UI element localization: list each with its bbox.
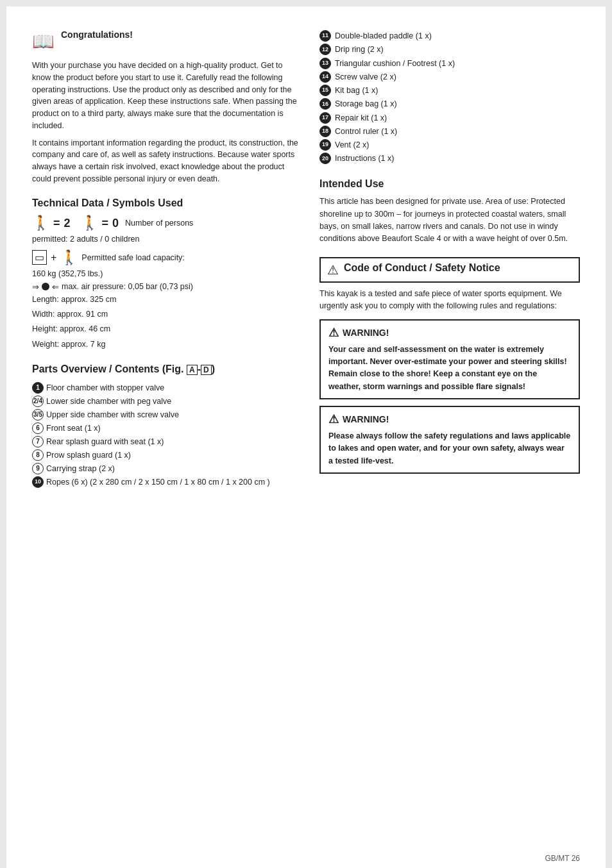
rpart-text-14: Screw valve (2 x)	[335, 71, 396, 84]
part-num-24: 2/4	[32, 396, 44, 407]
code-of-conduct-text: This kayak is a tested and safe piece of…	[319, 288, 580, 313]
list-item: 1 Floor chamber with stopper valve	[32, 381, 302, 394]
part-text-8: Prow splash guard (1 x)	[46, 449, 302, 462]
part-text-35: Upper side chamber with screw valve	[46, 408, 302, 421]
rpart-num-15: 15	[319, 85, 331, 96]
part-num-8: 8	[32, 449, 44, 461]
tech-data-title: Technical Data / Symbols Used	[32, 197, 302, 210]
warning-block-2: ⚠ WARNING! Please always follow the safe…	[319, 406, 580, 474]
warning-label-1: WARNING!	[343, 328, 389, 338]
load-row: ▭ + 🚶 Permitted safe load capacity:	[32, 249, 302, 266]
list-item: 16 Storage bag (1 x)	[319, 97, 580, 111]
list-item: 19 Vent (2 x)	[319, 138, 580, 152]
fig-d-label: D	[201, 365, 212, 375]
adult-person-icon: 🚶	[32, 215, 49, 231]
plus-icon: +	[51, 252, 56, 263]
warning-block-1: ⚠ WARNING! Your care and self-assessment…	[319, 319, 580, 400]
rpart-num-12: 12	[319, 44, 331, 55]
part-num-7: 7	[32, 436, 44, 447]
warning-header-2: ⚠ WARNING!	[328, 412, 571, 426]
list-item: 6 Front seat (1 x)	[32, 422, 302, 435]
part-num-1: 1	[32, 382, 44, 394]
list-item: 8 Prow splash guard (1 x)	[32, 449, 302, 462]
arrow-right-icon: ⇒	[32, 282, 39, 292]
child-person-icon: 🚶	[81, 215, 98, 231]
persons-label: Number of persons	[125, 219, 193, 228]
load-label: Permitted safe load capacity:	[81, 253, 185, 262]
intro-block: 📖 Congratulations!	[32, 29, 302, 52]
rpart-num-11: 11	[319, 30, 331, 42]
part-num-6: 6	[32, 422, 44, 434]
list-item: 2/4 Lower side chamber with peg valve	[32, 395, 302, 408]
book-icon: 📖	[32, 31, 55, 52]
warning-header-1: ⚠ WARNING!	[328, 326, 571, 340]
warning-label-2: WARNING!	[343, 414, 389, 424]
intro-para2: It contains important information regard…	[32, 137, 302, 185]
list-item: 13 Triangular cushion / Footrest (1 x)	[319, 57, 580, 71]
persons-value1: 2	[64, 217, 71, 230]
air-pressure-row: ⇒ ⇐ max. air pressure: 0,05 bar (0,73 ps…	[32, 282, 302, 292]
part-text-10: Ropes (6 x) (2 x 280 cm / 2 x 150 cm / 1…	[46, 476, 302, 488]
rpart-num-20: 20	[319, 153, 331, 164]
page-footer: GB/MT 26	[545, 854, 580, 863]
warning-text-2: Please always follow the safety regulati…	[328, 430, 571, 467]
code-of-conduct-title: Code of Conduct / Safety Notice	[344, 262, 500, 274]
part-num-35: 3/5	[32, 409, 44, 421]
persons-value2: 0	[112, 217, 119, 230]
weight-text: Weight: approx. 7 kg	[32, 338, 302, 351]
rpart-text-17: Repair kit (1 x)	[335, 112, 387, 125]
equals-sign1: =	[53, 217, 60, 230]
warning-icon-2: ⚠	[328, 412, 339, 426]
parts-title: Parts Overview / Contents (Fig. A-D)	[32, 363, 302, 376]
rpart-text-19: Vent (2 x)	[335, 138, 370, 152]
list-item: 12 Drip ring (2 x)	[319, 43, 580, 56]
part-num-10: 10	[32, 476, 44, 488]
intended-use-text: This article has been designed for priva…	[319, 196, 580, 246]
right-parts-list: 11 Double-bladed paddle (1 x) 12 Drip ri…	[319, 29, 580, 166]
rpart-text-20: Instructions (1 x)	[335, 152, 394, 165]
part-text-6: Front seat (1 x)	[46, 422, 302, 435]
rpart-num-13: 13	[319, 58, 331, 69]
list-item: 18 Control ruler (1 x)	[319, 125, 580, 138]
list-item: 10 Ropes (6 x) (2 x 280 cm / 2 x 150 cm …	[32, 476, 302, 488]
list-item: 17 Repair kit (1 x)	[319, 112, 580, 125]
intended-use-title: Intended Use	[319, 178, 580, 191]
rpart-num-16: 16	[319, 98, 331, 110]
permitted-text: permitted: 2 adults / 0 children	[32, 233, 302, 246]
code-of-conduct-box: ⚠ Code of Conduct / Safety Notice	[319, 257, 580, 283]
warning-triangle-icon: ⚠	[327, 262, 339, 278]
list-item: 7 Rear splash guard with seat (1 x)	[32, 435, 302, 448]
rpart-text-12: Drip ring (2 x)	[335, 43, 384, 56]
parts-list: 1 Floor chamber with stopper valve 2/4 L…	[32, 381, 302, 488]
rpart-text-11: Double-bladed paddle (1 x)	[335, 29, 432, 43]
part-text-7: Rear splash guard with seat (1 x)	[46, 435, 302, 448]
height-text: Height: approx. 46 cm	[32, 322, 302, 336]
left-column: 📖 Congratulations! With your purchase yo…	[32, 29, 302, 491]
person-load-icon: 🚶	[60, 249, 78, 266]
list-item: 14 Screw valve (2 x)	[319, 71, 580, 84]
list-item: 20 Instructions (1 x)	[319, 152, 580, 165]
intro-para1: With your purchase you have decided on a…	[32, 60, 302, 132]
rpart-num-14: 14	[319, 71, 331, 83]
warning-icon-1: ⚠	[328, 326, 339, 340]
list-item: 11 Double-bladed paddle (1 x)	[319, 29, 580, 43]
rpart-text-13: Triangular cushion / Footrest (1 x)	[335, 57, 455, 71]
part-text-24: Lower side chamber with peg valve	[46, 395, 302, 408]
part-num-9: 9	[32, 463, 44, 474]
intro-title: Congratulations!	[61, 29, 133, 40]
rpart-text-16: Storage bag (1 x)	[335, 97, 397, 111]
arrow-left-icon: ⇐	[52, 282, 59, 292]
rpart-text-18: Control ruler (1 x)	[335, 125, 397, 138]
list-item: 9 Carrying strap (2 x)	[32, 462, 302, 475]
fig-a-label: A	[187, 365, 198, 375]
box-icon: ▭	[32, 250, 47, 265]
circle-filled-icon	[42, 283, 49, 290]
length-text: Length: approx. 325 cm	[32, 293, 302, 306]
rpart-num-19: 19	[319, 139, 331, 151]
air-pressure-text: max. air pressure: 0,05 bar (0,73 psi)	[62, 282, 193, 291]
page: 📖 Congratulations! With your purchase yo…	[6, 6, 606, 868]
part-text-1: Floor chamber with stopper valve	[46, 381, 302, 394]
warning-text-1: Your care and self-assessment on the wat…	[328, 344, 571, 394]
persons-row: 🚶 = 2 🚶 = 0 Number of persons	[32, 215, 302, 231]
list-item: 15 Kit bag (1 x)	[319, 84, 580, 97]
